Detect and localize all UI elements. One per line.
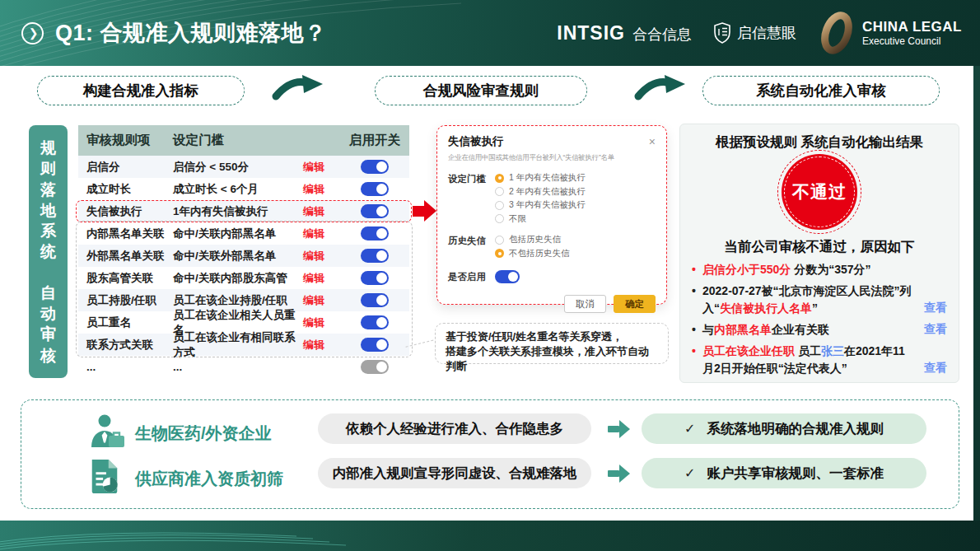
page-title: Q1: 合规准入规则难落地？ — [55, 18, 327, 48]
enable-toggle[interactable] — [495, 270, 520, 283]
table-row: 股东高管关联 命中/关联内部股东高管 编辑 — [78, 267, 409, 289]
rule-toggle[interactable] — [361, 315, 389, 329]
block-arrow-icon — [608, 420, 630, 438]
side-label-top: 规则落地系统 — [40, 138, 57, 263]
bullet-icon: • — [692, 261, 702, 278]
close-icon[interactable]: × — [649, 136, 656, 147]
edit-link[interactable]: 编辑 — [303, 315, 340, 330]
rule-name: 成立时长 — [78, 182, 173, 197]
stamp-text: 不通过 — [792, 180, 847, 203]
rule-threshold: 命中/关联内部股东高管 — [173, 271, 303, 286]
radio-icon[interactable] — [495, 236, 504, 245]
application-label: 供应商准入资质初筛 — [135, 468, 283, 490]
rule-threshold: 命中/关联内部黑名单 — [173, 226, 303, 241]
rule-name: 联系方式关联 — [78, 338, 173, 353]
table-header-row: 审核规则项 设定门槛 启用开关 — [78, 125, 409, 156]
rule-toggle[interactable] — [361, 293, 389, 307]
edit-link[interactable]: 编辑 — [303, 293, 340, 308]
view-link[interactable]: 查看 — [924, 320, 947, 338]
history-group-label: 历史失信 — [448, 234, 495, 259]
side-label-bottom: 自动审核 — [40, 283, 57, 366]
reason-item: • 员工在该企业任职 员工张三在2021年11月2日开始任职“法定代表人” 查看 — [692, 343, 952, 377]
rule-threshold: 1年内有失信被执行 — [173, 204, 303, 219]
reason-text: 员工在该企业任职 员工张三在2021年11月2日开始任职“法定代表人” — [702, 343, 916, 377]
logo-bar: INTSIG 合合信息 启信慧眼 CHINA LEGAL — [557, 0, 962, 66]
radio-label: 3 年内有失信被执行 — [509, 199, 586, 211]
radio-label: 不限 — [509, 213, 526, 225]
radio-icon[interactable] — [495, 187, 504, 196]
rule-toggle[interactable] — [361, 204, 389, 218]
intsig-wordmark: INTSIG — [557, 22, 625, 44]
china-legal-line1: CHINA LEGAL — [862, 19, 962, 35]
table-row: 成立时长 成立时长 < 6个月 编辑 — [78, 178, 409, 200]
rule-name: 股东高管关联 — [78, 271, 173, 286]
customer-application-section: 客户应用 生物医药/外资企业 供应商准入资质初筛 — [21, 399, 959, 509]
flow-step-2: 合规风险审查规则 — [375, 76, 587, 105]
intsig-cn-name: 合合信息 — [632, 25, 692, 44]
flow-step-1: 构建合规准入指标 — [37, 76, 245, 105]
edit-link[interactable]: 编辑 — [303, 204, 340, 219]
cancel-button[interactable]: 取消 — [564, 295, 606, 313]
rule-toggle[interactable] — [361, 338, 389, 352]
edit-link[interactable]: 编辑 — [303, 226, 340, 241]
biotech-person-icon — [87, 413, 127, 453]
rule-name: 失信被执行 — [78, 204, 173, 219]
edit-link[interactable]: 编辑 — [303, 182, 340, 197]
view-link[interactable]: 查看 — [924, 299, 947, 316]
radio-label: 1 年内有失信被执行 — [509, 172, 586, 184]
wave-decoration — [0, 521, 346, 551]
slide: ❯ Q1: 合规准入规则难落地？ INTSIG 合合信息 启信慧眼 — [0, 0, 980, 551]
rule-toggle[interactable] — [361, 182, 389, 196]
note-line2: 搭建多个关联关系排查模块，准入环节自动判断 — [446, 344, 658, 374]
rule-name: 员工持股/任职 — [78, 293, 173, 308]
threshold-group-label: 设定门槛 — [448, 172, 495, 225]
rule-threshold: 命中/关联外部黑名单 — [173, 249, 303, 264]
qixin-wordmark: 启信慧眼 — [737, 23, 796, 43]
rejected-stamp: 不通过 — [782, 154, 857, 230]
reason-item: • 启信分小于550分 分数为“357分” — [692, 261, 952, 278]
edit-link[interactable]: 编辑 — [303, 271, 340, 286]
rule-toggle[interactable] — [361, 360, 389, 374]
slide-header: ❯ Q1: 合规准入规则难落地？ INTSIG 合合信息 启信慧眼 — [0, 0, 980, 66]
china-legal-logo: CHINA LEGAL Executive Council — [818, 10, 962, 56]
application-label: 生物医药/外资企业 — [135, 423, 272, 445]
col-threshold-header: 设定门槛 — [173, 132, 340, 149]
swoosh-arrow-icon — [634, 72, 687, 102]
rule-name: 员工重名 — [78, 315, 173, 330]
view-link[interactable]: 查看 — [924, 359, 947, 376]
edit-link[interactable]: 编辑 — [303, 160, 340, 175]
col-switch-header: 启用开关 — [340, 132, 409, 149]
rules-table: 审核规则项 设定门槛 启用开关 启信分 启信分 < 550分 编辑 成立时长 成… — [78, 125, 409, 378]
confirm-button[interactable]: 确定 — [614, 295, 656, 313]
col-rule-header: 审核规则项 — [78, 132, 173, 149]
solution-text: 系统落地明确的合规准入规则 — [707, 420, 884, 438]
reason-text: 启信分小于550分 分数为“357分” — [702, 261, 871, 278]
audit-result-panel: 根据预设规则 系统自动化输出结果 不通过 当前公司审核不通过，原因如下 • 启信… — [679, 124, 959, 383]
rule-toggle[interactable] — [361, 249, 389, 263]
radio-icon[interactable] — [495, 214, 504, 223]
rule-threshold: 员工在该企业持股/任职 — [173, 293, 303, 308]
flow-step-3: 系统自动化准入审核 — [702, 76, 940, 105]
rule-name: 外部黑名单关联 — [78, 249, 173, 264]
red-arrow-icon — [424, 200, 436, 222]
shield-icon — [713, 22, 731, 44]
radio-icon[interactable] — [495, 201, 504, 210]
radio-icon[interactable] — [495, 174, 504, 183]
rule-toggle[interactable] — [361, 271, 389, 285]
radio-label: 包括历史失信 — [509, 234, 561, 245]
bullet-icon: • — [692, 321, 702, 339]
table-row: 内部黑名单关联 命中/关联内部黑名单 编辑 — [78, 222, 409, 245]
supplier-doc-icon — [87, 458, 122, 499]
edit-link[interactable]: 编辑 — [303, 249, 340, 264]
reason-item: • 与内部黑名单企业有关联 查看 — [692, 321, 952, 339]
rules-side-label: 规则落地系统 自动审核 — [29, 125, 68, 378]
bullet-icon: • — [692, 343, 702, 377]
note-line1: 基于投资/任职/姓名重名等关系穿透， — [446, 329, 658, 344]
rule-toggle[interactable] — [361, 226, 389, 240]
edit-link[interactable]: 编辑 — [303, 338, 340, 353]
radio-icon[interactable] — [495, 249, 504, 258]
rule-toggle[interactable] — [361, 160, 389, 174]
block-arrow-icon — [608, 465, 630, 483]
china-legal-line2: Executive Council — [862, 35, 962, 47]
pain-point-pill: 内部准入规则宣导形同虚设、合规难落地 — [318, 458, 591, 488]
